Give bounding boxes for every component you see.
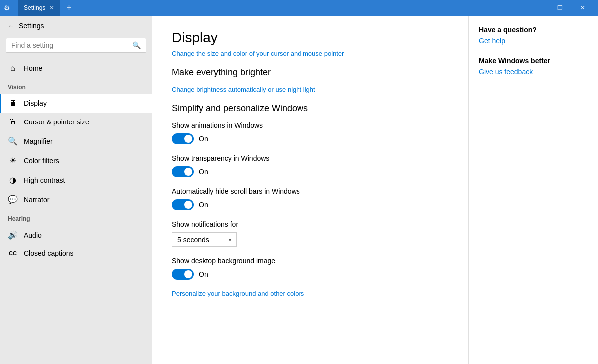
tab-title: Settings: [24, 4, 45, 11]
scrollbars-toggle-row: On: [172, 199, 448, 210]
sidebar-back-button[interactable]: ← Settings: [0, 16, 152, 36]
give-feedback-link[interactable]: Give us feedback: [479, 68, 588, 76]
personalize-link[interactable]: Personalize your background and other co…: [172, 290, 448, 297]
high-contrast-icon: ◑: [8, 175, 18, 185]
sidebar: ← Settings 🔍 ⌂ Home Vision 🖥 Display 🖱 C…: [0, 16, 152, 364]
sidebar-item-display[interactable]: 🖥 Display: [0, 94, 152, 113]
sidebar-item-audio-label: Audio: [24, 231, 42, 239]
search-input[interactable]: [11, 41, 132, 49]
animations-label: Show animations in Windows: [172, 121, 448, 129]
titlebar: ⚙ Settings ✕ + — ❐ ✕: [0, 0, 598, 16]
right-panel: Have a question? Get help Make Windows b…: [468, 16, 598, 364]
page-title: Display: [172, 30, 448, 46]
color-filters-icon: ☀: [8, 156, 18, 165]
sidebar-item-display-label: Display: [24, 99, 47, 107]
sidebar-item-narrator[interactable]: 💬 Narrator: [0, 190, 152, 209]
scrollbars-toggle-text: On: [199, 201, 208, 209]
main-content: Display Change the size and color of you…: [152, 16, 468, 364]
feedback-section: Make Windows better Give us feedback: [479, 57, 588, 76]
transparency-toggle-text: On: [199, 168, 208, 176]
sidebar-item-cursor-label: Cursor & pointer size: [24, 118, 89, 126]
sidebar-item-audio[interactable]: 🔊 Audio: [0, 225, 152, 244]
back-icon: ←: [8, 22, 15, 30]
narrator-icon: 💬: [8, 195, 18, 204]
search-icon: 🔍: [132, 41, 141, 49]
help-section: Have a question? Get help: [479, 26, 588, 45]
transparency-toggle[interactable]: [172, 166, 194, 177]
sidebar-item-home[interactable]: ⌂ Home: [0, 59, 152, 78]
titlebar-tab: Settings ✕: [18, 0, 60, 16]
scrollbars-setting: Automatically hide scroll bars in Window…: [172, 187, 448, 210]
notifications-dropdown-value: 5 seconds: [177, 236, 209, 243]
sidebar-item-high-contrast[interactable]: ◑ High contrast: [0, 170, 152, 190]
animations-toggle[interactable]: [172, 133, 194, 144]
transparency-toggle-row: On: [172, 166, 448, 177]
new-tab-button[interactable]: +: [62, 0, 76, 16]
feedback-title: Make Windows better: [479, 57, 588, 65]
sidebar-item-narrator-label: Narrator: [24, 196, 49, 204]
desktop-bg-toggle-text: On: [199, 270, 208, 278]
closed-captions-icon: CC: [8, 250, 18, 256]
animations-setting: Show animations in Windows On: [172, 121, 448, 144]
audio-icon: 🔊: [8, 230, 18, 240]
cursor-icon: 🖱: [8, 118, 18, 126]
close-button[interactable]: ✕: [571, 0, 594, 16]
sidebar-item-cursor[interactable]: 🖱 Cursor & pointer size: [0, 113, 152, 131]
desktop-bg-setting: Show desktop background image On: [172, 257, 448, 280]
cursor-settings-link[interactable]: Change the size and color of your cursor…: [172, 50, 448, 57]
close-tab-button[interactable]: ✕: [49, 4, 54, 11]
scrollbars-label: Automatically hide scroll bars in Window…: [172, 187, 448, 195]
search-box[interactable]: 🔍: [6, 38, 146, 53]
help-question-title: Have a question?: [479, 26, 588, 34]
back-label: Settings: [19, 22, 44, 30]
transparency-setting: Show transparency in Windows On: [172, 154, 448, 177]
magnifier-icon: 🔍: [8, 136, 18, 146]
section-vision-label: Vision: [0, 78, 152, 94]
sidebar-item-color-filters-label: Color filters: [24, 157, 59, 165]
get-help-link[interactable]: Get help: [479, 37, 588, 45]
simplify-section-title: Simplify and personalize Windows: [172, 103, 448, 114]
chevron-down-icon: ▾: [229, 237, 231, 243]
notifications-label: Show notifications for: [172, 220, 448, 228]
maximize-button[interactable]: ❐: [548, 0, 571, 16]
brightness-section-title: Make everything brighter: [172, 67, 448, 78]
notifications-dropdown[interactable]: 5 seconds ▾: [172, 232, 237, 247]
sidebar-item-magnifier[interactable]: 🔍 Magnifier: [0, 131, 152, 151]
sidebar-item-magnifier-label: Magnifier: [24, 137, 53, 145]
home-label: Home: [24, 64, 42, 72]
section-hearing-label: Hearing: [0, 209, 152, 225]
desktop-bg-label: Show desktop background image: [172, 257, 448, 265]
transparency-label: Show transparency in Windows: [172, 154, 448, 162]
app-container: ← Settings 🔍 ⌂ Home Vision 🖥 Display 🖱 C…: [0, 16, 598, 364]
window-controls: — ❐ ✕: [525, 0, 594, 16]
brightness-link[interactable]: Change brightness automatically or use n…: [172, 86, 448, 93]
sidebar-item-closed-captions-label: Closed captions: [24, 249, 74, 257]
notifications-setting: Show notifications for 5 seconds ▾: [172, 220, 448, 247]
minimize-button[interactable]: —: [525, 0, 548, 16]
animations-toggle-text: On: [199, 135, 208, 143]
sidebar-item-high-contrast-label: High contrast: [24, 176, 65, 184]
scrollbars-toggle[interactable]: [172, 199, 194, 210]
sidebar-item-closed-captions[interactable]: CC Closed captions: [0, 244, 152, 262]
display-icon: 🖥: [8, 99, 18, 108]
home-icon: ⌂: [8, 64, 18, 73]
animations-toggle-row: On: [172, 133, 448, 144]
desktop-bg-toggle[interactable]: [172, 269, 194, 280]
sidebar-item-color-filters[interactable]: ☀ Color filters: [0, 151, 152, 170]
desktop-bg-toggle-row: On: [172, 269, 448, 280]
settings-icon: ⚙: [4, 4, 12, 12]
